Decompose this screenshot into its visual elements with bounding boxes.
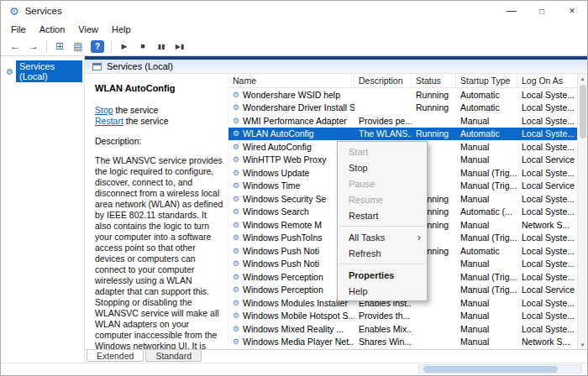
back-icon[interactable]: ← [7, 39, 24, 54]
tree-item-services-local[interactable]: ⚙ Services (Local) [3, 60, 82, 82]
service-startup-type: Manual (Trig... [456, 232, 517, 245]
column-header-description[interactable]: Description [354, 74, 412, 87]
restart-service-icon[interactable]: ▶▮ [171, 39, 188, 54]
service-description: Shares Win... [354, 336, 412, 349]
service-startup-type: Automatic [456, 102, 517, 115]
vertical-scrollbar-thumb[interactable] [580, 85, 586, 138]
service-name-cell: ⚙Windows Search [228, 206, 354, 219]
context-menu-item-label: Restart [349, 211, 421, 221]
service-gear-icon: ⚙ [233, 195, 239, 203]
menu-view[interactable]: View [71, 23, 105, 36]
toolbar: ←→⊞▤?▶■▮▮▶▮ [1, 37, 587, 56]
view-tabs: ExtendedStandard [85, 349, 587, 363]
titlebar[interactable]: ⚙ Services — □ × [1, 1, 587, 21]
menu-action[interactable]: Action [33, 23, 72, 36]
table-row[interactable]: ⚙Windows Mixed Reality ...Enables Mix...… [228, 322, 577, 336]
column-header-log-on-as[interactable]: Log On As [517, 74, 577, 87]
forward-icon[interactable]: → [25, 39, 42, 54]
maximize-button[interactable]: □ [527, 1, 557, 21]
service-gear-icon: ⚙ [233, 103, 239, 112]
table-row[interactable]: ⚙WLAN AutoConfigThe WLANS...RunningAutom… [228, 128, 577, 141]
menu-file[interactable]: File [4, 23, 33, 36]
tree-item-label: Services (Local) [16, 60, 82, 82]
table-row[interactable]: ⚙Wondershare Driver Install S...RunningA… [228, 102, 577, 115]
service-gear-icon: ⚙ [233, 325, 239, 333]
service-name-cell: ⚙Windows Perception [228, 270, 354, 284]
table-row[interactable]: ⚙WMI Performance AdapterProvides pe...Ma… [228, 114, 577, 128]
menu-help[interactable]: Help [105, 23, 138, 36]
context-menu-item-label: Pause [349, 179, 421, 189]
service-description: The WLANS... [354, 128, 412, 141]
service-name: Windows Time [243, 180, 300, 191]
service-status: Running [412, 102, 456, 115]
table-row[interactable]: ⚙Windows Media Player Net...Shares Win..… [228, 336, 577, 349]
close-button[interactable]: × [557, 1, 587, 21]
service-startup-type: Manual (Trig... [456, 180, 517, 193]
service-startup-type: Automatic [456, 88, 517, 102]
service-logon: Local Syste... [517, 102, 577, 115]
tab-extended[interactable]: Extended [87, 350, 144, 362]
service-status [412, 310, 456, 323]
context-menu-item-label: Properties [349, 270, 421, 280]
restart-service-line: Restart the service [95, 116, 224, 127]
service-description [354, 102, 412, 115]
service-startup-type: Manual (Trig... [456, 270, 517, 284]
show-console-tree-icon[interactable]: ⊞ [51, 39, 68, 54]
stop-service-link[interactable]: Stop [95, 105, 113, 115]
start-service-icon[interactable]: ▶ [116, 39, 133, 54]
service-logon: Local Service [517, 284, 577, 297]
context-menu-item-label: Resume [349, 195, 421, 205]
menubar: FileActionViewHelp [1, 21, 587, 37]
context-menu-item-all-tasks[interactable]: All Tasks› [338, 229, 427, 245]
service-name: Windows Media Player Net... [243, 337, 354, 347]
description-label: Description: [95, 136, 224, 146]
tab-standard[interactable]: Standard [145, 350, 202, 362]
minimize-button[interactable]: — [496, 1, 527, 21]
context-menu-item-refresh[interactable]: Refresh [338, 245, 427, 261]
service-name: Windows Update [243, 168, 309, 178]
service-name: Windows Mixed Reality ... [243, 324, 344, 334]
service-gear-icon: ⚙ [233, 221, 239, 229]
export-list-icon[interactable]: ▤ [70, 39, 87, 54]
context-menu-item-help[interactable]: Help [338, 283, 427, 299]
service-logon: Local Service [517, 180, 577, 193]
console-tree: ⚙ Services (Local) [1, 56, 85, 363]
restart-service-link[interactable]: Restart [95, 116, 123, 126]
context-menu-item-start: Start [338, 144, 427, 159]
submenu-arrow-icon: › [417, 232, 421, 243]
service-name: Windows Remote M [243, 220, 322, 230]
table-row[interactable]: ⚙Wondershare WSID helpRunningAutomaticLo… [228, 88, 577, 102]
service-startup-type: Manual [456, 296, 517, 310]
table-row[interactable]: ⚙Windows Mobile Hotspot S...Provides th.… [228, 310, 577, 323]
stop-service-icon[interactable]: ■ [134, 39, 151, 54]
service-gear-icon: ⚙ [233, 181, 239, 190]
service-logon: Local Syste... [517, 310, 577, 323]
context-menu-item-stop[interactable]: Stop [338, 159, 427, 175]
horizontal-scrollbar-thumb[interactable] [423, 366, 558, 373]
service-name: Wondershare WSID help [243, 90, 340, 100]
scroll-down-icon[interactable]: ▼ [580, 340, 585, 349]
service-logon: Local Syste... [517, 166, 577, 180]
column-header-status[interactable]: Status [412, 74, 456, 87]
context-menu-item-properties[interactable]: Properties [338, 267, 427, 283]
column-header-startup-type[interactable]: Startup Type [456, 74, 517, 87]
pane-header: Services (Local) [85, 60, 587, 74]
column-header-name[interactable]: Name [228, 74, 354, 87]
service-name: Windows Perception [243, 285, 323, 295]
vertical-scrollbar[interactable]: ▲ ▼ [577, 74, 587, 349]
services-window: ⚙ Services — □ × FileActionViewHelp ←→⊞▤… [0, 0, 588, 376]
context-menu-item-label: Help [349, 286, 421, 296]
service-name-cell: ⚙Windows Push Noti [228, 244, 354, 258]
service-name: Windows PushToIns [243, 232, 323, 243]
service-startup-type: Manual (Trig... [456, 166, 517, 180]
context-menu-item-restart[interactable]: Restart [338, 207, 427, 223]
service-startup-type: Manual [456, 336, 517, 349]
pause-service-icon[interactable]: ▮▮ [153, 39, 170, 54]
horizontal-scrollbar[interactable] [418, 364, 582, 373]
service-status: Running [412, 88, 456, 102]
scroll-up-icon[interactable]: ▲ [580, 74, 585, 83]
service-name-cell: ⚙Wondershare Driver Install S... [228, 102, 354, 115]
service-name-cell: ⚙WMI Performance Adapter [228, 114, 354, 128]
help-icon[interactable]: ? [91, 40, 104, 53]
context-menu-item-label: All Tasks [349, 232, 417, 243]
